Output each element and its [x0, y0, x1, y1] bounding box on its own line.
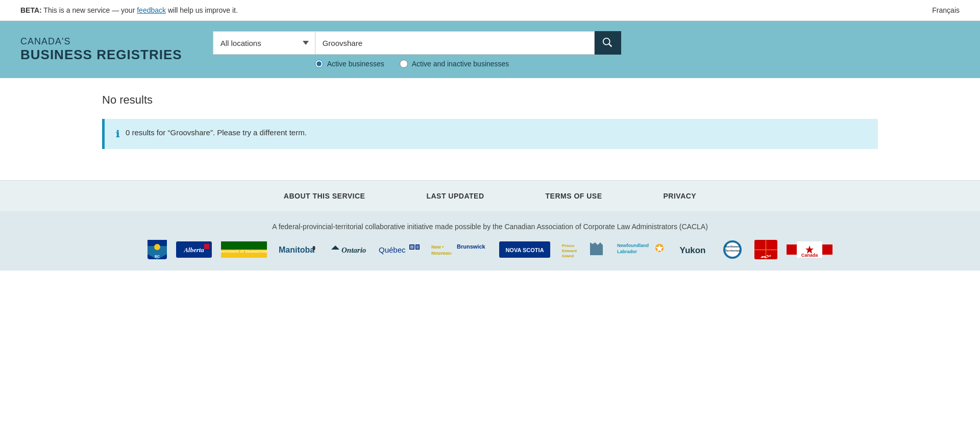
nl-logo-icon: Newfoundland Labrador: [615, 240, 666, 259]
svg-text:Labrador: Labrador: [617, 249, 638, 254]
search-input[interactable]: [315, 31, 595, 55]
nwt-logo: Northwest Territories: [720, 240, 745, 259]
search-row: All locations Alberta British Columbia M…: [213, 31, 621, 55]
svg-text:Island: Island: [562, 254, 574, 258]
canada-logo: Canada: [787, 241, 832, 258]
active-businesses-label: Active businesses: [327, 60, 384, 68]
svg-text:Québec: Québec: [379, 245, 406, 254]
svg-text:Manitoba: Manitoba: [279, 245, 314, 254]
mb-logo-icon: Manitoba: [276, 241, 317, 258]
yukon-logo: Yukon: [675, 241, 710, 258]
beta-message: BETA: This is a new service — your feedb…: [20, 6, 238, 14]
active-businesses-radio-label[interactable]: Active businesses: [315, 60, 384, 68]
footer-nav: ABOUT THIS SERVICE LAST UPDATED TERMS OF…: [0, 180, 980, 211]
logo-top-text: CANADA'S: [20, 36, 182, 47]
terms-of-use-link[interactable]: TERMS OF USE: [546, 192, 602, 200]
nunavut-logo: ᓄᓇᕗᑦ: [754, 240, 777, 259]
alberta-logo: Alberta: [176, 241, 212, 258]
active-businesses-radio[interactable]: [315, 60, 323, 68]
beta-text-after: will help us improve it.: [168, 6, 238, 14]
newfoundland-logo: Newfoundland Labrador: [615, 240, 666, 259]
canada-logo-icon: Canada: [787, 241, 832, 258]
privacy-link[interactable]: PRIVACY: [664, 192, 697, 200]
quebec-logo: Québec: [376, 241, 420, 258]
no-results-title: No results: [102, 93, 878, 107]
svg-text:Newfoundland: Newfoundland: [617, 243, 649, 248]
nwt-logo-icon: Northwest Territories: [720, 240, 745, 259]
svg-point-3: [154, 244, 160, 250]
search-area: All locations Alberta British Columbia M…: [213, 31, 621, 68]
yukon-logo-icon: Yukon: [675, 241, 710, 258]
svg-text:Brunswick: Brunswick: [457, 243, 486, 250]
svg-text:Alberta: Alberta: [183, 246, 204, 254]
svg-text:ᓄᓇᕗᑦ: ᓄᓇᕗᑦ: [761, 255, 771, 258]
footer-description: A federal-provincial-territorial collabo…: [20, 223, 960, 231]
saskatchewan-logo: Government of Saskatchewan: [221, 241, 267, 258]
pei-logo: Prince Edward Island: [559, 240, 605, 259]
logo: CANADA'S BUSINESS REGISTRIES: [20, 36, 182, 63]
svg-text:Territories: Territories: [725, 249, 740, 252]
nb-logo-icon: New • Nouveau- Brunswick: [429, 241, 490, 258]
info-icon: ℹ: [116, 129, 119, 140]
beta-bar: BETA: This is a new service — your feedb…: [0, 0, 980, 21]
svg-text:Northwest: Northwest: [725, 245, 740, 248]
feedback-link[interactable]: feedback: [137, 6, 166, 14]
svg-text:Prince: Prince: [562, 243, 575, 248]
sask-logo-icon: Government of Saskatchewan: [221, 241, 267, 258]
bc-logo-icon: BC: [148, 240, 167, 259]
language-toggle[interactable]: Français: [932, 6, 960, 14]
active-inactive-businesses-label: Active and inactive businesses: [412, 60, 509, 68]
radio-row: Active businesses Active and inactive bu…: [213, 60, 621, 68]
svg-rect-9: [221, 241, 267, 250]
svg-text:New •: New •: [431, 244, 444, 250]
svg-rect-7: [204, 244, 209, 249]
logo-bottom-text: BUSINESS REGISTRIES: [20, 47, 182, 63]
ontario-logo: Ontario: [326, 241, 367, 258]
new-brunswick-logo: New • Nouveau- Brunswick: [429, 241, 490, 258]
location-select[interactable]: All locations Alberta British Columbia M…: [213, 31, 315, 55]
manitoba-logo: Manitoba: [276, 241, 317, 258]
svg-text:Government of Saskatchewan: Government of Saskatchewan: [221, 249, 267, 254]
beta-label: BETA:: [20, 6, 42, 14]
ns-logo-icon: NOVA SCOTIA: [499, 241, 550, 258]
active-inactive-businesses-radio-label[interactable]: Active and inactive businesses: [400, 60, 509, 68]
svg-rect-41: [754, 250, 777, 250]
svg-rect-43: [787, 244, 797, 255]
svg-text:NOVA SCOTIA: NOVA SCOTIA: [505, 247, 544, 253]
info-box: ℹ 0 results for “Groovshare”. Please try…: [102, 119, 878, 149]
header: CANADA'S BUSINESS REGISTRIES All locatio…: [0, 21, 980, 78]
svg-text:Ontario: Ontario: [341, 246, 366, 254]
main-content: No results ℹ 0 results for “Groovshare”.…: [0, 78, 980, 180]
beta-text: This is a new service — your: [42, 6, 137, 14]
on-logo-icon: Ontario: [326, 241, 367, 258]
nunavut-logo-icon: ᓄᓇᕗᑦ: [754, 240, 777, 259]
search-icon: [602, 37, 614, 48]
svg-text:Edward: Edward: [562, 249, 577, 253]
pei-logo-icon: Prince Edward Island: [559, 240, 605, 259]
qc-logo-icon: Québec: [376, 241, 420, 258]
active-inactive-businesses-radio[interactable]: [400, 60, 408, 68]
last-updated-link[interactable]: LAST UPDATED: [426, 192, 484, 200]
svg-text:Nouveau-: Nouveau-: [431, 251, 452, 256]
search-button[interactable]: [595, 31, 621, 55]
svg-text:Yukon: Yukon: [679, 245, 705, 255]
bc-logo: BC: [148, 240, 167, 259]
footer-bottom: A federal-provincial-territorial collabo…: [0, 211, 980, 270]
info-message: 0 results for “Groovshare”. Please try a…: [126, 128, 307, 137]
svg-text:BC: BC: [155, 255, 160, 258]
alberta-logo-icon: Alberta: [176, 241, 212, 258]
svg-rect-44: [822, 244, 832, 255]
about-link[interactable]: ABOUT THIS SERVICE: [284, 192, 365, 200]
svg-text:Canada: Canada: [801, 253, 819, 258]
nova-scotia-logo: NOVA SCOTIA: [499, 241, 550, 258]
province-logos-row: BC Alberta Government of Saskatchewan Ma…: [20, 240, 960, 259]
